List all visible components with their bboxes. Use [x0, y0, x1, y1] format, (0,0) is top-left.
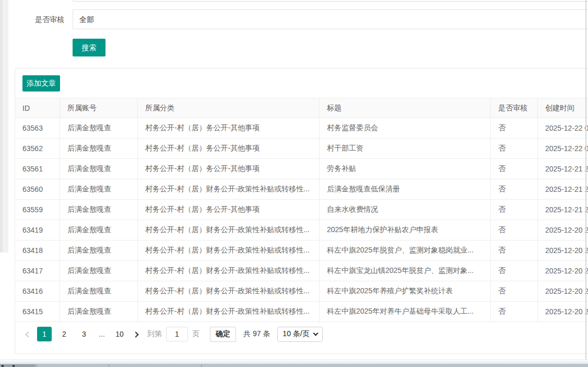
table-row: 63417后满金敖嘎查村务公开-村（居）财务公开-政策性补贴或转移性...科左中…	[15, 261, 588, 281]
pagination-ellipsis: ...	[97, 327, 107, 341]
page-button-2[interactable]: 2	[57, 327, 72, 341]
audit-filter-select[interactable]: 全部	[73, 9, 588, 29]
pagination: 123...10 到第 页 确定 共 97 条 10 条/页	[22, 325, 323, 343]
total-count-label: 共 97 条	[243, 329, 270, 339]
cell-title: 科左中旗2025年脱贫户、监测对象稳岗就业...	[320, 240, 491, 261]
goto-page-input[interactable]	[166, 327, 188, 341]
cell-category: 村务公开-村（居）财务公开-政策性补贴或转移性...	[138, 220, 320, 240]
table-row: 63419后满金敖嘎查村务公开-村（居）财务公开-政策性补贴或转移性...202…	[15, 220, 588, 240]
taskbar-separator	[37, 364, 37, 367]
cell-created: 2025-12-20 2	[538, 302, 588, 322]
pagination-next-button[interactable]	[134, 330, 138, 338]
page-size-value: 10 条/页	[283, 329, 309, 339]
column-header-2: 所属账号	[60, 98, 138, 118]
cell-audited: 否	[491, 118, 538, 139]
add-article-button[interactable]: 添加文章	[22, 75, 60, 91]
cell-id: 63561	[15, 159, 60, 179]
cell-title: 科左中旗2025年对养牛户基础母牛采取人工...	[320, 302, 491, 322]
cell-account: 后满金敖嘎查	[60, 261, 138, 281]
table-row: 63561后满金敖嘎查村务公开-村（居）务公开-其他事项劳务补贴否2025-12…	[15, 159, 588, 179]
cell-category: 村务公开-村（居）财务公开-政策性补贴或转移性...	[138, 302, 320, 322]
cell-category: 村务公开-村（居）务公开-其他事项	[138, 139, 320, 159]
cell-created: 2025-12-22 0	[538, 118, 588, 139]
cell-audited: 否	[491, 220, 538, 240]
page-button-1[interactable]: 1	[37, 327, 52, 341]
goto-page-unit-label: 页	[192, 329, 199, 339]
audit-filter-value: 全部	[79, 15, 94, 24]
cell-title: 劳务补贴	[320, 159, 491, 179]
column-header-6: 创建时间	[538, 98, 588, 118]
cell-account: 后满金敖嘎查	[60, 179, 138, 200]
column-header-5: 是否审核	[491, 98, 538, 118]
table-row: 63559后满金敖嘎查村务公开-村（居）务公开-其他事项自来水收费情况否2025…	[15, 200, 588, 220]
cell-audited: 否	[491, 261, 538, 281]
cell-id: 63562	[15, 139, 60, 159]
page-button-10[interactable]: 10	[112, 327, 127, 341]
taskbar-separator	[109, 364, 109, 367]
cell-created: 2025-12-20 2	[538, 220, 588, 240]
page-size-select[interactable]: 10 条/页	[277, 327, 322, 342]
table-row: 63415后满金敖嘎查村务公开-村（居）财务公开-政策性补贴或转移性...科左中…	[15, 302, 588, 322]
cell-category: 村务公开-村（居）务公开-其他事项	[138, 200, 320, 220]
cell-category: 村务公开-村（居）财务公开-政策性补贴或转移性...	[138, 179, 320, 200]
cell-id: 63560	[15, 179, 60, 200]
pagination-prev-button[interactable]	[26, 330, 30, 338]
goto-confirm-button[interactable]: 确定	[210, 327, 236, 342]
taskbar-tick-icon	[2, 365, 4, 367]
cell-id: 63417	[15, 261, 60, 281]
cell-title: 村干部工资	[320, 139, 491, 159]
cell-audited: 否	[491, 159, 538, 179]
cell-title: 科左中旗宝龙山镇2025年脱贫户、监测对象...	[320, 261, 491, 281]
table-body: 63563后满金敖嘎查村务公开-村（居）务公开-其他事项村务监督委员会否2025…	[15, 118, 588, 322]
chevron-down-icon	[313, 330, 318, 336]
cell-created: 2025-12-21 2	[538, 179, 588, 200]
cell-created: 2025-12-20 2	[538, 240, 588, 261]
cell-title: 后满金敖嘎查低保清册	[320, 179, 491, 200]
cell-account: 后满金敖嘎查	[60, 302, 138, 322]
cell-account: 后满金敖嘎查	[60, 200, 138, 220]
cell-audited: 否	[491, 200, 538, 220]
previous-form-field-partial[interactable]	[73, 0, 588, 2]
cell-id: 63559	[15, 200, 60, 220]
cell-account: 后满金敖嘎查	[60, 240, 138, 261]
cell-audited: 否	[491, 139, 538, 159]
cell-title: 自来水收费情况	[320, 200, 491, 220]
cell-created: 2025-12-21 2	[538, 200, 588, 220]
chevron-left-icon	[25, 331, 31, 337]
cell-account: 后满金敖嘎查	[60, 139, 138, 159]
chevron-right-icon	[133, 331, 138, 337]
cell-id: 63563	[15, 118, 60, 139]
column-header-1: ID	[15, 98, 60, 118]
cell-audited: 否	[491, 240, 538, 261]
cell-title: 科左中旗2025年养殖户扩繁奖补统计表	[320, 281, 491, 302]
article-list-card: 添加文章 ID所属账号所属分类标题是否审核创建时间 63563后满金敖嘎查村务公…	[15, 68, 588, 354]
goto-page-label: 到第	[147, 329, 162, 339]
cell-id: 63419	[15, 220, 60, 240]
cell-account: 后满金敖嘎查	[60, 281, 138, 302]
cell-id: 63416	[15, 281, 60, 302]
page-left-gutter-edge	[0, 0, 3, 253]
cell-account: 后满金敖嘎查	[60, 220, 138, 240]
taskbar-tick-icon	[13, 365, 15, 367]
cell-id: 63415	[15, 302, 60, 322]
audit-filter-label: 是否审核	[0, 15, 64, 24]
taskbar-separator	[201, 364, 202, 367]
cell-account: 后满金敖嘎查	[60, 159, 138, 179]
cell-title: 2025年耕地力保护补贴农户申报表	[320, 220, 491, 240]
column-header-3: 所属分类	[138, 98, 320, 118]
cell-audited: 否	[491, 281, 538, 302]
cell-audited: 否	[491, 302, 538, 322]
table-row: 63562后满金敖嘎查村务公开-村（居）务公开-其他事项村干部工资否2025-1…	[15, 139, 588, 159]
search-button[interactable]: 搜索	[73, 39, 105, 56]
cell-category: 村务公开-村（居）务公开-其他事项	[138, 118, 320, 139]
table-row: 63416后满金敖嘎查村务公开-村（居）财务公开-政策性补贴或转移性...科左中…	[15, 281, 588, 302]
cell-created: 2025-12-20 2	[538, 281, 588, 302]
cell-category: 村务公开-村（居）务公开-其他事项	[138, 159, 320, 179]
cell-created: 2025-12-21 2	[538, 159, 588, 179]
window-right-edge	[585, 0, 586, 359]
cell-created: 2025-12-20 2	[538, 261, 588, 281]
cell-title: 村务监督委员会	[320, 118, 491, 139]
table-row: 63418后满金敖嘎查村务公开-村（居）财务公开-政策性补贴或转移性...科左中…	[15, 240, 588, 261]
page-button-3[interactable]: 3	[77, 327, 91, 341]
table-row: 63560后满金敖嘎查村务公开-村（居）财务公开-政策性补贴或转移性...后满金…	[15, 179, 588, 200]
